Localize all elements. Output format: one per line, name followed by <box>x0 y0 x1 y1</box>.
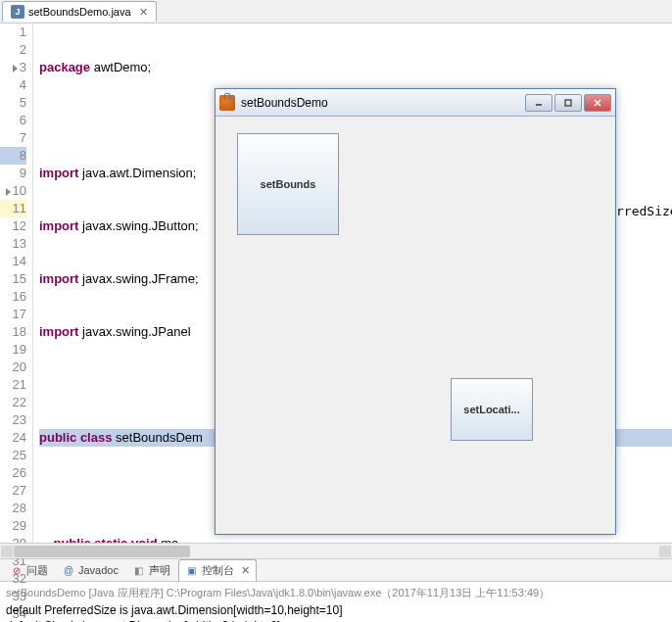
svg-rect-1 <box>565 100 571 106</box>
console-line: default Size is java.awt.Dimension[width… <box>6 618 666 622</box>
close-button[interactable] <box>584 94 611 112</box>
file-tab[interactable]: J setBoundsDemo.java ✕ <box>2 1 157 22</box>
scroll-right-icon[interactable] <box>659 546 671 557</box>
tab-javadoc[interactable]: @Javadoc <box>56 560 124 580</box>
scroll-thumb[interactable] <box>14 546 190 557</box>
line-gutter: 12 34 56 78 910 1112 1314 1516 1718 1920… <box>0 24 33 543</box>
minimize-button[interactable] <box>525 94 552 112</box>
editor-tab-bar: J setBoundsDemo.java ✕ <box>0 0 672 24</box>
console-output[interactable]: setBoundsDemo [Java 应用程序] C:\Program Fil… <box>0 582 672 622</box>
close-icon[interactable]: ✕ <box>139 6 148 19</box>
overflow-code-fragment: rredSize <box>616 204 672 218</box>
console-tab-bar: ⊘问题 @Javadoc ◧声明 ▣控制台✕ <box>0 558 672 582</box>
problems-icon: ⊘ <box>10 563 24 577</box>
file-tab-label: setBoundsDemo.java <box>28 6 131 18</box>
titlebar[interactable]: setBoundsDemo <box>216 89 615 117</box>
tab-console[interactable]: ▣控制台✕ <box>178 559 257 581</box>
tab-declaration[interactable]: ◧声明 <box>126 560 176 581</box>
scroll-left-icon[interactable] <box>1 546 13 557</box>
java-app-icon <box>219 95 235 111</box>
setlocation-button[interactable]: setLocati... <box>451 378 533 441</box>
maximize-button[interactable] <box>554 94 582 112</box>
console-process-header: setBoundsDemo [Java 应用程序] C:\Program Fil… <box>6 585 666 600</box>
close-icon[interactable]: ✕ <box>241 564 250 577</box>
declaration-icon: ◧ <box>132 563 146 577</box>
console-line: default PreferredSize is java.awt.Dimens… <box>6 602 666 618</box>
app-client-area: setBounds setLocati... <box>216 118 614 533</box>
horizontal-scrollbar[interactable] <box>0 543 672 558</box>
javadoc-icon: @ <box>62 563 75 577</box>
tab-problems[interactable]: ⊘问题 <box>4 560 54 581</box>
setbounds-button[interactable]: setBounds <box>237 133 339 235</box>
console-icon: ▣ <box>185 564 199 578</box>
java-file-icon: J <box>11 5 24 19</box>
window-title: setBoundsDemo <box>241 96 525 110</box>
app-window[interactable]: setBoundsDemo setBounds setLocati... <box>215 88 616 535</box>
